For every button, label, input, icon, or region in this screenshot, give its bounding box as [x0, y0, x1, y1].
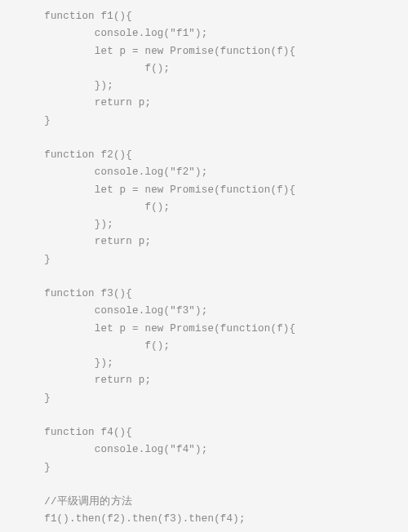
code-text: function f1(){ console.log("f1"); let p … — [7, 8, 401, 529]
code-block: function f1(){ console.log("f1"); let p … — [0, 0, 408, 532]
